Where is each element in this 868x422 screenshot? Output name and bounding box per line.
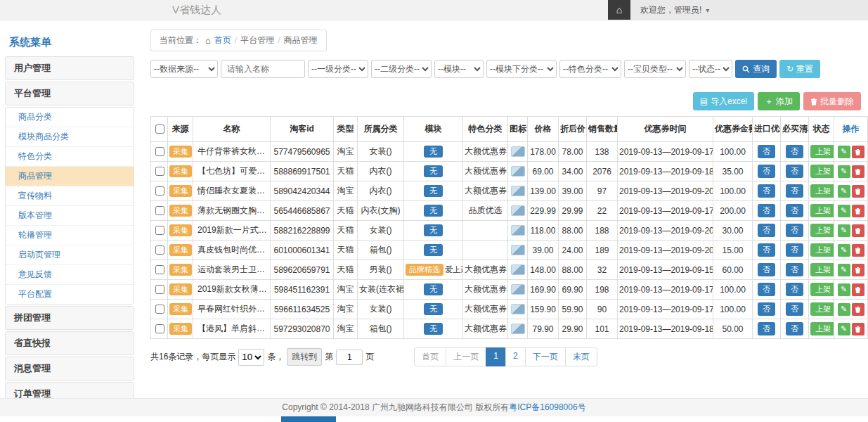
filter-select-1[interactable]: --二级分类--	[371, 60, 432, 78]
edit-button[interactable]: ✎	[838, 323, 850, 335]
status-button[interactable]: 上架	[810, 302, 834, 316]
status-button[interactable]: 上架	[810, 322, 834, 335]
home-button[interactable]: ⌂	[608, 0, 630, 20]
edit-button[interactable]: ✎	[838, 283, 850, 296]
delete-button[interactable]	[852, 165, 864, 178]
icp-link[interactable]: 粤ICP备16098006号	[509, 402, 585, 414]
sidebar-group-拼团管理[interactable]: 拼团管理	[5, 306, 134, 330]
row-checkbox[interactable]	[155, 285, 164, 294]
sidebar-group-用户管理[interactable]: 用户管理	[5, 56, 134, 80]
must-buy-toggle[interactable]: 否	[786, 263, 803, 276]
must-buy-toggle[interactable]: 否	[786, 184, 803, 198]
name-search-input[interactable]	[221, 60, 305, 78]
import-select-toggle[interactable]: 否	[758, 302, 775, 316]
sidebar-group-订单管理[interactable]: 订单管理	[5, 382, 134, 399]
sidebar-item-意见反馈[interactable]: 意见反馈	[6, 265, 134, 285]
sidebar-item-模块商品分类[interactable]: 模块商品分类	[6, 127, 134, 147]
import-select-toggle[interactable]: 否	[758, 204, 775, 217]
import-select-toggle[interactable]: 否	[758, 263, 775, 276]
status-button[interactable]: 上架	[810, 184, 834, 198]
status-button[interactable]: 上架	[810, 145, 834, 158]
filter-select-6[interactable]: --状态--	[689, 60, 732, 78]
edit-button[interactable]: ✎	[838, 146, 850, 158]
page-button-1[interactable]: 1	[486, 347, 506, 366]
row-checkbox[interactable]	[155, 245, 164, 255]
edit-button[interactable]: ✎	[838, 165, 850, 178]
filter-select-5[interactable]: --宝贝类型--	[624, 60, 686, 78]
must-buy-toggle[interactable]: 否	[786, 283, 803, 296]
breadcrumb-home-link[interactable]: 首页	[214, 34, 231, 46]
sidebar-item-平台配置[interactable]: 平台配置	[6, 285, 134, 304]
page-button-末页[interactable]: 末页	[565, 347, 597, 366]
row-checkbox[interactable]	[155, 206, 164, 215]
delete-button[interactable]	[852, 323, 864, 335]
edit-button[interactable]: ✎	[838, 185, 850, 198]
delete-button[interactable]	[852, 264, 864, 276]
row-checkbox[interactable]	[155, 226, 164, 235]
filter-select-2[interactable]: --模块--	[434, 60, 484, 78]
row-checkbox[interactable]	[155, 167, 164, 176]
reset-button[interactable]: ↻ 重置	[779, 60, 820, 78]
edit-button[interactable]: ✎	[838, 205, 850, 217]
breadcrumb-item-platform[interactable]: 平台管理	[240, 34, 274, 46]
user-menu[interactable]: 欢迎您，管理员! ▾	[630, 0, 868, 20]
must-buy-toggle[interactable]: 否	[786, 145, 803, 158]
page-button-首页[interactable]: 首页	[414, 347, 446, 366]
must-buy-toggle[interactable]: 否	[786, 224, 803, 237]
row-checkbox[interactable]	[155, 265, 164, 274]
filter-data-source[interactable]: --数据来源--	[150, 60, 218, 78]
page-button-下一页[interactable]: 下一页	[525, 347, 566, 366]
jump-button[interactable]: 跳转到	[287, 348, 322, 366]
status-button[interactable]: 上架	[810, 283, 834, 296]
status-button[interactable]: 上架	[810, 243, 834, 257]
filter-select-4[interactable]: --特色分类--	[559, 60, 621, 78]
delete-button[interactable]	[852, 205, 864, 217]
must-buy-toggle[interactable]: 否	[786, 302, 803, 316]
row-checkbox[interactable]	[155, 305, 164, 314]
must-buy-toggle[interactable]: 否	[786, 322, 803, 335]
delete-button[interactable]	[852, 224, 864, 237]
delete-button[interactable]	[852, 244, 864, 257]
sidebar-item-特色分类[interactable]: 特色分类	[6, 147, 134, 167]
sidebar-group-消息管理[interactable]: 消息管理	[5, 357, 134, 381]
per-page-select[interactable]: 10	[238, 349, 264, 366]
filter-select-3[interactable]: --模块下分类--	[486, 60, 557, 78]
sidebar-item-轮播管理[interactable]: 轮播管理	[6, 226, 134, 245]
sidebar-group-省直快报[interactable]: 省直快报	[5, 331, 134, 355]
sidebar-item-商品管理[interactable]: 商品管理	[6, 167, 134, 186]
delete-button[interactable]	[852, 146, 864, 158]
delete-button[interactable]	[852, 283, 864, 296]
add-button[interactable]: ＋ 添加	[758, 92, 800, 110]
page-button-2[interactable]: 2	[505, 347, 526, 366]
import-select-toggle[interactable]: 否	[758, 165, 775, 178]
delete-button[interactable]	[852, 303, 864, 316]
edit-button[interactable]: ✎	[838, 244, 850, 257]
status-button[interactable]: 上架	[810, 224, 834, 237]
filter-select-0[interactable]: --一级分类--	[308, 60, 368, 78]
row-checkbox[interactable]	[155, 147, 164, 156]
import-select-toggle[interactable]: 否	[758, 224, 775, 237]
must-buy-toggle[interactable]: 否	[786, 204, 803, 217]
row-checkbox[interactable]	[155, 186, 164, 196]
status-button[interactable]: 上架	[810, 204, 834, 217]
delete-button[interactable]	[852, 185, 864, 198]
import-select-toggle[interactable]: 否	[758, 322, 775, 335]
search-button[interactable]: 查询	[735, 60, 777, 78]
edit-button[interactable]: ✎	[838, 224, 850, 237]
edit-button[interactable]: ✎	[838, 264, 850, 276]
sidebar-group-平台管理[interactable]: 平台管理	[5, 82, 134, 106]
breadcrumb-item-goods[interactable]: 商品管理	[284, 34, 318, 46]
must-buy-toggle[interactable]: 否	[786, 165, 803, 178]
page-button-上一页[interactable]: 上一页	[446, 347, 486, 366]
sidebar-item-宣传物料[interactable]: 宣传物料	[6, 186, 134, 206]
import-select-toggle[interactable]: 否	[758, 184, 775, 198]
batch-delete-button[interactable]: 批量删除	[803, 92, 861, 110]
import-select-toggle[interactable]: 否	[758, 243, 775, 257]
import-excel-button[interactable]: ▤ 导入excel	[693, 92, 754, 110]
import-select-toggle[interactable]: 否	[758, 145, 775, 158]
status-button[interactable]: 上架	[810, 165, 834, 178]
select-all-checkbox[interactable]	[155, 124, 164, 134]
sidebar-item-商品分类[interactable]: 商品分类	[6, 108, 134, 127]
status-button[interactable]: 上架	[810, 263, 834, 276]
page-number-input[interactable]	[336, 350, 363, 365]
